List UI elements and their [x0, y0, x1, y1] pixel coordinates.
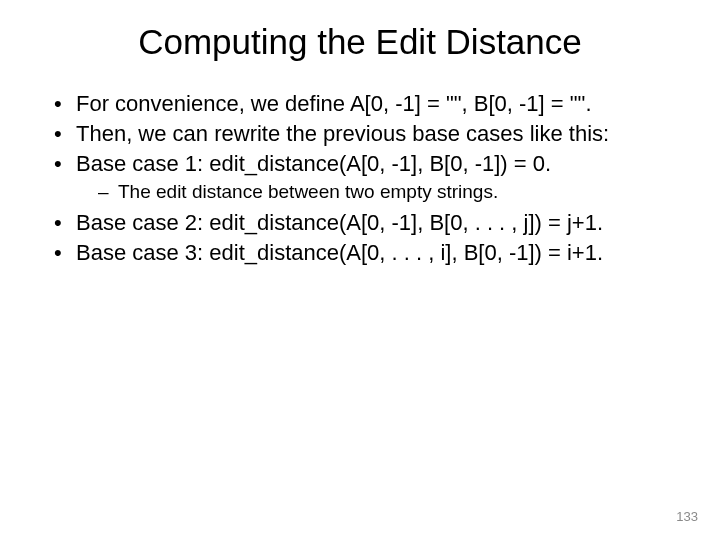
slide-container: Computing the Edit Distance For convenie… — [0, 0, 720, 540]
bullet-item-5: Base case 3: edit_distance(A[0, . . . , … — [50, 239, 675, 267]
sub-bullet-item-1: The edit distance between two empty stri… — [98, 180, 675, 205]
bullet-item-3-text: Base case 1: edit_distance(A[0, -1], B[0… — [76, 151, 551, 176]
sub-bullet-list: The edit distance between two empty stri… — [76, 180, 675, 205]
slide-content: For convenience, we define A[0, -1] = ""… — [45, 90, 675, 267]
slide-title: Computing the Edit Distance — [45, 22, 675, 62]
bullet-item-2: Then, we can rewrite the previous base c… — [50, 120, 675, 148]
bullet-item-3: Base case 1: edit_distance(A[0, -1], B[0… — [50, 150, 675, 205]
page-number: 133 — [676, 509, 698, 524]
bullet-item-4: Base case 2: edit_distance(A[0, -1], B[0… — [50, 209, 675, 237]
bullet-item-1: For convenience, we define A[0, -1] = ""… — [50, 90, 675, 118]
bullet-list: For convenience, we define A[0, -1] = ""… — [50, 90, 675, 267]
